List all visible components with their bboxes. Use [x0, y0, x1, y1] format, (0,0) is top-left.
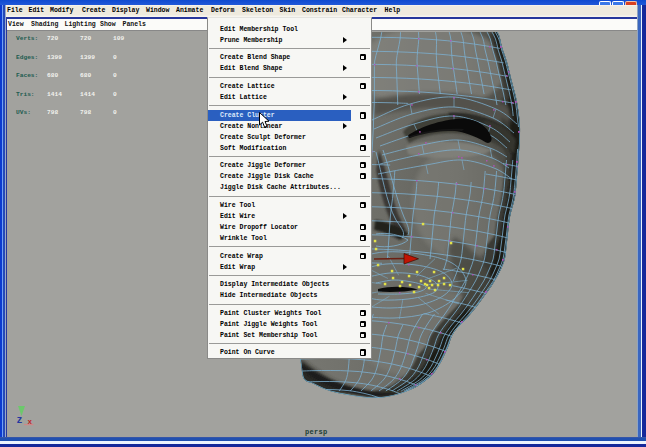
svg-text:x: x [28, 418, 33, 426]
svg-text:z: z [17, 415, 23, 426]
